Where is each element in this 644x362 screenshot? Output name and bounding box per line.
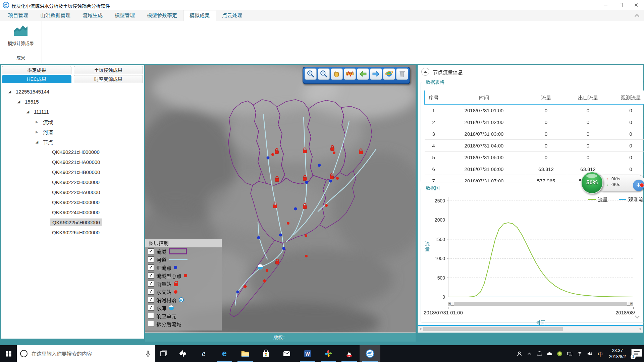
tree-item[interactable]: QKK90224cH000000 [1, 207, 144, 217]
net-speed-widget[interactable]: ↑0K/s ↓0K/s + 50% [581, 172, 643, 194]
tree-item[interactable]: ◢122551545144 [1, 86, 144, 97]
tree-item[interactable]: QKK90226cH000000 [1, 227, 144, 237]
zoom-out-button[interactable] [318, 68, 330, 80]
centroid-marker[interactable] [305, 234, 307, 237]
maximize-button[interactable] [613, 0, 629, 10]
centroid-marker[interactable] [271, 153, 274, 156]
tree-item[interactable]: ◢111111 [1, 107, 144, 117]
layer-checkbox[interactable] [148, 313, 154, 319]
centroid-marker[interactable] [325, 204, 328, 207]
layer-item[interactable]: ✓汇流点 [145, 263, 222, 272]
table-row[interactable]: 52018/07/31 05:00000 [425, 152, 644, 163]
sidebar-tab-r1-1[interactable]: 率定成果 [2, 66, 71, 74]
layer-checkbox[interactable] [148, 321, 154, 327]
layer-checkbox[interactable]: ✓ [148, 256, 154, 262]
layer-checkbox[interactable]: ✓ [148, 305, 154, 311]
tree-item[interactable]: QKK90222cHA00000 [1, 187, 144, 197]
scroll-right-icon[interactable]: > [638, 327, 643, 331]
action-center-button[interactable]: 1 [629, 345, 644, 362]
slider-right-thumb[interactable] [627, 302, 630, 306]
confluence-marker[interactable] [236, 291, 239, 294]
layer-checkbox[interactable]: ✓ [148, 297, 154, 303]
column-header[interactable]: 出口流量 [567, 90, 609, 104]
layer-item[interactable]: ✓水文站 [145, 288, 222, 296]
tree-item[interactable]: ◢15515 [1, 97, 144, 107]
tray-volume-icon[interactable] [585, 345, 595, 362]
forward-button[interactable] [370, 68, 382, 80]
menu-tab-7[interactable]: 点云处理 [216, 10, 248, 21]
centroid-marker[interactable] [266, 269, 268, 272]
simulation-results-button[interactable]: 模拟计算成果 [4, 24, 38, 46]
layer-checkbox[interactable]: ✓ [148, 273, 154, 279]
column-header[interactable]: 流量 [525, 90, 567, 104]
scroll-thumb[interactable] [423, 327, 563, 331]
task-view-button[interactable] [155, 345, 172, 362]
taskbar-app-hydro-app[interactable] [360, 345, 380, 362]
layer-item[interactable]: 拆分后流域 [145, 320, 222, 328]
centroid-marker[interactable] [336, 177, 339, 180]
layer-item[interactable]: ✓水库 [145, 304, 222, 312]
taskbar-app-qq[interactable] [339, 345, 360, 362]
start-button[interactable] [0, 345, 17, 362]
taskbar-app-word[interactable]: W [297, 345, 318, 362]
taskbar-app-edge[interactable]: e [214, 345, 235, 362]
tray-bell-icon[interactable] [534, 345, 544, 362]
tree-item[interactable]: ▶流域 [1, 117, 144, 127]
taskbar-clock[interactable]: 23:37 2018/8/2 [605, 348, 629, 359]
sidebar-tab-r2-2[interactable]: 时空变源成果 [74, 75, 143, 83]
layer-checkbox[interactable]: ✓ [148, 248, 154, 254]
slider-left-arrow-icon[interactable]: ◀ [448, 302, 451, 306]
layer-item[interactable]: ✓雨量站 [145, 280, 222, 288]
confluence-marker[interactable] [305, 181, 308, 184]
tray-security-icon[interactable] [554, 345, 565, 362]
tree-item[interactable]: QKK90223cH000000 [1, 197, 144, 207]
tree-item[interactable]: QKK90222cH000000 [1, 177, 144, 187]
confluence-marker[interactable] [329, 180, 332, 183]
panel-horizontal-scrollbar[interactable]: < > [418, 325, 643, 333]
menu-tab-2[interactable]: 山洪数据管理 [34, 10, 76, 21]
table-row[interactable]: 32018/07/31 03:00000 [425, 128, 644, 140]
tree-expanded-icon[interactable]: ◢ [24, 110, 32, 114]
menu-tab-5[interactable]: 模型参数率定 [141, 10, 183, 21]
table-row[interactable]: 22018/07/31 02:00000 [425, 116, 644, 128]
confluence-marker[interactable] [267, 157, 270, 160]
microphone-icon[interactable] [144, 350, 152, 357]
column-header[interactable]: 时间 [443, 90, 525, 104]
tray-wifi-icon[interactable] [575, 345, 585, 362]
confluence-marker[interactable] [282, 247, 285, 250]
tree-item[interactable]: QKK90225cH000000 [1, 217, 144, 227]
ime-indicator[interactable]: 中 [595, 350, 605, 357]
confluence-marker[interactable] [294, 207, 297, 210]
flow-table-wrapper[interactable]: 序号时间流量出口流量观测流量 12018/07/31 01:0000022018… [424, 90, 644, 182]
menu-tab-6[interactable]: 模拟成果 [183, 10, 216, 21]
table-row[interactable]: 12018/07/31 01:00000 [425, 104, 644, 116]
taskbar-search[interactable] [17, 345, 155, 362]
measure-button[interactable] [344, 68, 356, 80]
pan-button[interactable] [331, 68, 343, 80]
tree-item[interactable]: QKK90221cHB00000 [1, 167, 144, 177]
search-input[interactable] [31, 351, 141, 357]
minimize-button[interactable] [598, 0, 613, 10]
layer-checkbox[interactable]: ✓ [148, 264, 154, 270]
layer-item[interactable]: ✓河道 [145, 255, 222, 263]
tree-expanded-icon[interactable]: ◢ [33, 140, 41, 144]
tree-expanded-icon[interactable]: ◢ [6, 89, 14, 94]
centroid-marker[interactable] [333, 152, 335, 154]
tree-item[interactable]: ◢节点 [1, 137, 144, 147]
tree-expanded-icon[interactable]: ◢ [15, 100, 23, 104]
centroid-marker[interactable] [287, 222, 289, 225]
back-button[interactable] [357, 68, 369, 80]
zoom-in-button[interactable] [305, 68, 317, 80]
layer-item[interactable]: ✓流域型心点 [145, 272, 222, 280]
reservoir-marker[interactable] [258, 264, 263, 269]
scroll-left-icon[interactable]: < [418, 327, 423, 331]
taskbar-app-office[interactable] [318, 345, 339, 362]
layer-item[interactable]: ✓沿河村落 [145, 296, 222, 304]
sidebar-tab-r2-1[interactable]: HEC成果 [2, 75, 71, 83]
layer-item[interactable]: ✓流域 [145, 247, 222, 255]
sidebar-tab-r1-2[interactable]: 土壤侵蚀成果 [74, 66, 143, 74]
taskbar-app-store[interactable] [256, 345, 276, 362]
tree-collapsed-icon[interactable]: ▶ [33, 120, 41, 124]
menu-tab-1[interactable]: 项目管理 [2, 10, 34, 21]
taskbar-app-file-explorer[interactable] [235, 345, 256, 362]
